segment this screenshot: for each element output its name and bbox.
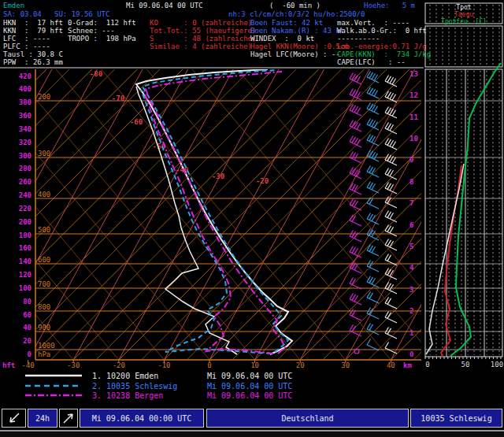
km-unit-label: km [403,361,412,369]
height-hft-label: 100 [19,284,32,292]
temp-axis-label: -10 [158,361,170,369]
height-hft-label: 140 [19,257,32,265]
temp-axis-label: 40 [387,361,395,369]
status-bar: 24hMi 09.06.04 00:00 UTCDeutschland10035… [0,407,504,430]
right-panel-box-1 [425,26,502,67]
pressure-label: 400 [38,191,50,198]
height-km-label: 4 [410,264,414,272]
temp-axis-label: 20 [296,361,305,369]
window-bottom-border [0,430,504,437]
height-hft-label: 40 [23,324,32,331]
schleswig-wind-barbs [367,72,379,351]
height-hft-label: 80 [23,298,32,306]
station-button[interactable]: 10035 Schleswig [410,409,502,428]
temp-axis-label: 0 [207,361,211,369]
height-km-label: 12 [410,91,418,99]
legend-bergen-label: 3. 10238 Bergen [92,391,163,400]
legend-schleswig-date: Mi 09.06.04 00 UTC [207,382,292,391]
isotherm-label: -30 [212,172,224,180]
sounding-diagram: 2003004005006007008009001000hPa-40-30-20… [0,0,504,437]
isotherm-label: -20 [256,177,269,185]
temp-axis-label: 10 [250,361,259,369]
height-hft-label: 260 [19,178,32,186]
hft-unit-label: hft [2,361,15,369]
height-hft-label: 320 [19,139,32,146]
isotherm-label: -70 [112,94,124,102]
panel-axis-label: 100 [491,361,503,368]
height-km-label: 2 [410,307,413,315]
bergen-wind-barbs [350,73,361,354]
height-km-label: 13 [410,70,418,78]
height-km-label: 7 [410,199,413,207]
emden-wind-barbs [385,76,397,354]
prev-button[interactable] [2,409,26,428]
height-km-label: 5 [410,243,413,250]
next-button[interactable] [59,409,78,428]
pressure-label: 300 [38,150,50,157]
isotherm-label: -60 [130,118,143,126]
height-km-label: 9 [410,156,413,164]
tpotfeucht-label: Tpotfeu. [C] [441,18,487,25]
height-hft-label: 380 [19,98,32,106]
height-km-label: 0 [410,350,413,358]
panel-axis-label: 50 [461,361,470,368]
temp-axis-label: -20 [113,361,125,369]
height-hft-label: 280 [19,165,32,172]
legend-emden-label: 1. 10200 Emden [92,372,158,380]
pressure-label: 1000 [38,342,55,350]
legend-emden-date: Mi 09.06.04 00 UTC [207,372,292,380]
pressure-label: 800 [38,303,50,311]
height-hft-label: 160 [19,244,32,252]
tpotfeucht-profile [450,63,501,356]
height-hft-label: 120 [19,271,32,279]
height-hft-label: 0 [28,350,32,358]
datetime-button[interactable]: Mi 09.06.04 00:00 UTC [80,409,204,428]
interval-button[interactable]: 24h [28,409,57,428]
pressure-label: 200 [38,93,50,101]
height-km-label: 1 [410,329,413,337]
height-hft-label: 240 [19,191,32,199]
isotherm-label: -80 [90,70,102,78]
height-km-label: 11 [410,113,418,121]
tpot-profile [426,164,464,354]
height-hft-label: 60 [23,311,32,319]
height-km-label: 8 [410,178,413,186]
legend-schleswig-label: 2. 10035 Schleswig [92,382,177,391]
panel-axis-label: 0 [425,361,429,368]
height-hft-label: 20 [23,337,32,345]
height-hft-label: 400 [19,85,32,93]
pressure-label: 500 [38,226,50,234]
schleswig-dewpoint-curve [141,90,271,354]
arrow-left-icon [6,410,22,426]
height-hft-label: 180 [19,231,32,239]
temp-axis-label: -40 [22,361,35,369]
legend-bergen-date: Mi 09.06.04 00 UTC [207,391,292,400]
height-hft-label: 340 [19,125,32,133]
taequ-label: Taequ [454,11,473,18]
height-hft-label: 420 [19,72,32,80]
temp-axis-label: -30 [67,361,80,369]
skewt-grid [0,69,504,360]
region-button[interactable]: Deutschland [206,409,409,428]
temp-axis-label: 30 [341,361,350,369]
pressure-label: 900 [38,324,50,331]
height-hft-label: 200 [19,218,32,226]
height-hft-label: 360 [19,112,32,120]
height-km-label: 10 [410,135,418,143]
weather-app-window: EmdenMi 09.06.04 00 UTC( -60 min )Hoehe:… [0,0,504,437]
height-hft-label: 300 [19,152,32,160]
tpot-label: Tpot [456,4,471,11]
arrow-right-icon [61,410,76,426]
height-km-label: 3 [410,286,413,294]
pressure-label: 600 [38,256,50,264]
height-hft-label: 220 [19,205,32,213]
pressure-label: 700 [38,280,50,288]
height-km-label: 6 [410,221,413,229]
pressure-unit-label: hPa [38,350,50,358]
